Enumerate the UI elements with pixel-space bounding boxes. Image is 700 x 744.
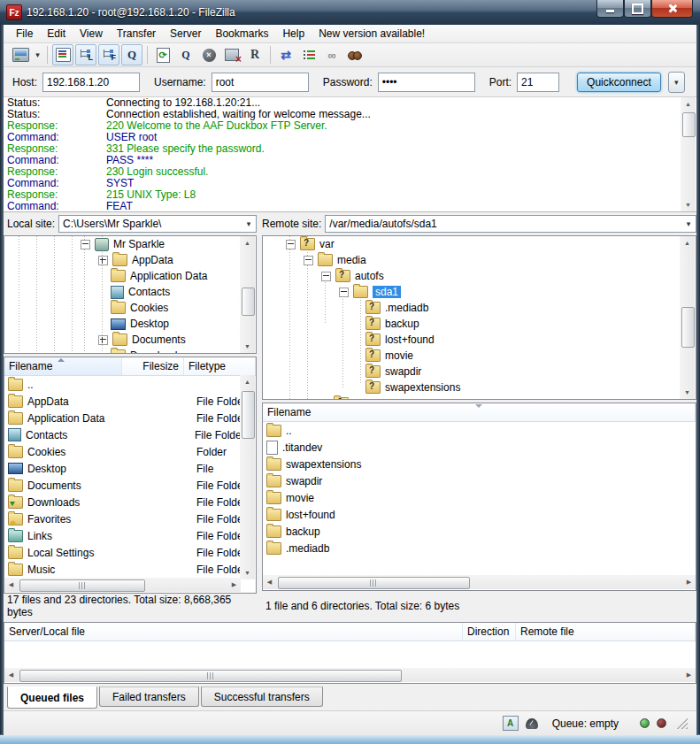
file-row[interactable]: lost+found (263, 506, 696, 523)
scroll-thumb[interactable] (242, 288, 255, 316)
file-row[interactable]: .. (4, 376, 256, 393)
menu-edit[interactable]: Edit (40, 26, 73, 42)
combo-dropdown-icon[interactable]: ▾ (681, 216, 696, 232)
remote-site-combo[interactable]: /var/media/autofs/sda1 ▾ (325, 215, 696, 233)
toggle-local-tree-button[interactable]: L (75, 44, 96, 65)
remote-tree-scrollbar[interactable]: ▲ ▼ (680, 236, 695, 399)
combo-dropdown-icon[interactable]: ▾ (242, 216, 256, 232)
scroll-thumb[interactable] (682, 112, 696, 137)
scroll-up-icon[interactable]: ▲ (680, 236, 695, 249)
scroll-right-icon[interactable]: ▶ (682, 575, 696, 589)
tree-item-media[interactable]: media (263, 252, 696, 268)
tree-item-autofs[interactable]: autofs (263, 268, 696, 284)
collapse-icon[interactable] (286, 240, 296, 249)
tree-item-backup[interactable]: backup (263, 316, 696, 332)
disconnect-button[interactable]: × (221, 44, 242, 65)
scroll-down-icon[interactable]: ▼ (240, 340, 255, 353)
file-row[interactable]: MusicFile Folder (4, 561, 256, 578)
menu-help[interactable]: Help (275, 26, 312, 42)
scroll-thumb[interactable] (681, 307, 695, 348)
menu-bookmarks[interactable]: Bookmarks (208, 26, 275, 42)
menu-server[interactable]: Server (163, 26, 208, 42)
reconnect-button[interactable]: R (244, 44, 265, 65)
file-row[interactable]: DownloadsFile Folder (4, 494, 256, 510)
close-button[interactable] (651, 0, 693, 18)
quickconnect-button[interactable]: Quickconnect (577, 73, 661, 92)
file-row[interactable]: Local SettingsFile Folder (4, 544, 256, 561)
synchronized-browsing-button[interactable]: ∞ (321, 44, 342, 65)
remote-list-hscrollbar[interactable]: ◀ ▶ (263, 575, 696, 589)
file-row[interactable]: Application DataFile Folder (4, 410, 256, 426)
menu-new-version[interactable]: New version available! (312, 26, 432, 42)
tree-item-dvd[interactable]: dvd (263, 395, 696, 400)
scroll-up-icon[interactable]: ▲ (240, 375, 255, 388)
column-header-filesize[interactable]: Filesize (122, 357, 184, 375)
queue-hscrollbar[interactable]: ◀ ▶ (4, 668, 696, 682)
file-row[interactable]: .mediadb (263, 540, 696, 556)
column-header-filetype[interactable]: Filetype (184, 357, 256, 375)
scroll-down-icon[interactable]: ▼ (681, 198, 696, 211)
scroll-up-icon[interactable]: ▲ (240, 236, 255, 249)
tree-item-movie[interactable]: movie (263, 348, 696, 364)
scroll-left-icon[interactable]: ◀ (4, 668, 18, 682)
title-bar[interactable]: Fz 192.168.1.20 - root@192.168.1.20 - Fi… (0, 0, 700, 25)
tree-item-appdata[interactable]: AppData (4, 252, 256, 268)
toggle-queue-button[interactable]: Q (121, 44, 142, 65)
minimize-button[interactable] (596, 0, 624, 18)
file-row[interactable]: AppDataFile Folder (4, 393, 256, 410)
scroll-left-icon[interactable]: ◀ (4, 578, 18, 592)
collapse-icon[interactable] (321, 272, 331, 281)
expand-icon[interactable] (98, 335, 108, 345)
scroll-thumb[interactable] (19, 579, 145, 592)
file-row[interactable]: DesktopFile (4, 460, 256, 477)
find-files-button[interactable] (344, 44, 365, 65)
port-input[interactable] (517, 73, 559, 92)
tree-item-swapextensions[interactable]: swapextensions (263, 380, 696, 395)
scroll-left-icon[interactable]: ◀ (263, 575, 276, 589)
file-row[interactable]: FavoritesFile Folder (4, 510, 256, 527)
file-row[interactable]: swapdir (263, 472, 696, 489)
toggle-remote-tree-button[interactable]: F (98, 44, 119, 65)
file-row[interactable]: backup (263, 523, 696, 540)
site-manager-button[interactable] (10, 44, 31, 65)
tree-item-application-data[interactable]: Application Data (4, 268, 256, 284)
password-input[interactable] (378, 73, 475, 92)
quickconnect-dropdown[interactable]: ▾ (668, 72, 685, 93)
scroll-right-icon[interactable]: ▶ (682, 668, 696, 682)
file-row[interactable]: ContactsFile Folder (4, 426, 256, 443)
file-row[interactable]: DocumentsFile Folder (4, 477, 256, 494)
tree-item-documents[interactable]: Documents (4, 332, 256, 348)
expand-icon[interactable] (98, 256, 108, 265)
file-row[interactable]: LinksFile Folder (4, 527, 256, 544)
column-header-server-local-file[interactable]: Server/Local file (4, 623, 463, 640)
process-queue-button[interactable]: Q (175, 44, 196, 65)
speed-limit-icon[interactable] (526, 718, 538, 729)
filter-button[interactable] (298, 44, 319, 65)
file-row[interactable]: swapextensions (263, 456, 696, 472)
file-row[interactable]: .. (263, 422, 696, 439)
log-scrollbar[interactable]: ▲ ▼ (681, 97, 696, 211)
local-tree-scrollbar[interactable]: ▲ ▼ (240, 236, 255, 353)
menu-view[interactable]: View (73, 26, 110, 42)
scroll-thumb[interactable] (19, 670, 402, 682)
tree-item-swapdir[interactable]: swapdir (263, 364, 696, 380)
maximize-button[interactable] (624, 0, 651, 18)
tree-item-var[interactable]: var (263, 236, 696, 252)
tab-queued-files[interactable]: Queued files (7, 686, 97, 709)
tree-item-mediadb[interactable]: .mediadb (263, 300, 696, 316)
scroll-right-icon[interactable]: ▶ (227, 578, 241, 592)
scroll-thumb[interactable] (242, 391, 255, 439)
tree-item-sda1[interactable]: sda1 (263, 284, 696, 300)
file-row[interactable]: movie (263, 489, 696, 506)
file-row[interactable]: CookiesFolder (4, 443, 256, 460)
username-input[interactable] (212, 73, 309, 92)
tree-item-downloads[interactable]: Downloads (4, 348, 256, 354)
local-list-scrollbar[interactable]: ▲ ▼ (240, 375, 255, 579)
scroll-thumb[interactable] (278, 577, 470, 589)
local-list-hscrollbar[interactable]: ◀ ▶ (4, 578, 241, 592)
resize-grip[interactable] (677, 718, 688, 729)
menu-file[interactable]: File (9, 26, 40, 42)
site-manager-dropdown[interactable]: ▾ (32, 45, 43, 65)
scroll-up-icon[interactable]: ▲ (681, 97, 696, 111)
collapse-icon[interactable] (304, 256, 313, 265)
